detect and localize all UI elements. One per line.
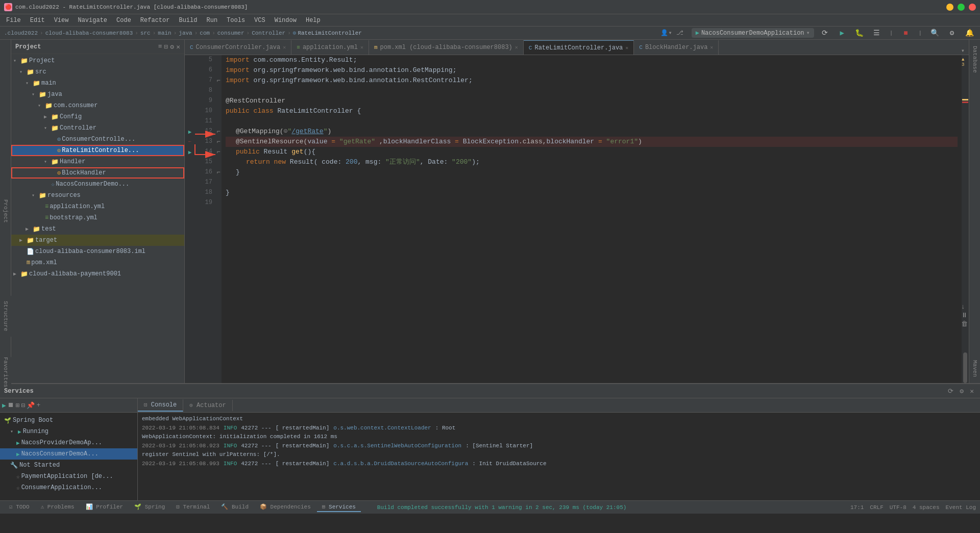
close-button[interactable] — [969, 4, 976, 11]
close-consumer-tab[interactable]: ✕ — [283, 44, 286, 50]
menu-vcs[interactable]: VCS — [250, 16, 270, 25]
debug-btn[interactable]: 🐛 — [853, 27, 866, 40]
notification-btn[interactable]: 🔔 — [963, 27, 976, 40]
menu-view[interactable]: View — [50, 16, 73, 25]
status-tab-build[interactable]: 🔨 Build — [216, 502, 254, 512]
encoding[interactable]: UTF-8 — [890, 504, 906, 511]
refresh-btn[interactable]: ⟳ — [818, 27, 831, 40]
tree-test[interactable]: ▶ 📁 test — [11, 223, 184, 235]
menu-help[interactable]: Help — [302, 16, 325, 25]
tree-resources[interactable]: ▾ 📁 resources — [11, 190, 184, 201]
tree-project[interactable]: ▾ 📁 Project — [11, 55, 184, 66]
menu-build[interactable]: Build — [175, 16, 201, 25]
database-label[interactable]: Database — [971, 42, 979, 77]
status-tab-problems[interactable]: ⚠ Problems — [36, 502, 80, 512]
tree-target[interactable]: ▶ 📁 target — [11, 235, 184, 246]
menu-window[interactable]: Window — [271, 16, 301, 25]
breadcrumb-root[interactable]: .cloud2022 — [4, 30, 38, 36]
event-log[interactable]: Event Log — [946, 504, 976, 511]
tree-com-consumer[interactable]: ▾ 📁 com.consumer — [11, 100, 184, 111]
status-tab-spring[interactable]: 🌱 Spring — [129, 502, 170, 512]
menu-file[interactable]: File — [2, 16, 25, 25]
services-settings-btn[interactable]: ⚙ — [958, 386, 966, 396]
breadcrumb-controller-pkg[interactable]: Controller — [252, 30, 285, 36]
coverage-btn[interactable]: ☰ — [870, 27, 884, 40]
branch-icon[interactable]: ⎇ — [676, 29, 683, 37]
tab-block-handler[interactable]: C BlockHandler.java ✕ — [634, 40, 719, 55]
tab-pom-xml[interactable]: m pom.xml (cloud-alibaba-consumer8083) ✕ — [369, 40, 524, 55]
breadcrumb-main[interactable]: main — [158, 30, 171, 36]
run-btn[interactable]: ▶ — [836, 27, 849, 40]
breadcrumb-com[interactable]: com — [200, 30, 210, 36]
indent-setting[interactable]: 4 spaces — [913, 504, 940, 511]
menu-run[interactable]: Run — [202, 16, 222, 25]
line-ending[interactable]: CRLF — [870, 504, 883, 511]
close-yml-tab[interactable]: ✕ — [360, 44, 363, 50]
tree-handler[interactable]: ▾ 📁 Handler — [11, 156, 184, 167]
svc-spring-boot[interactable]: 🌱 Spring Boot — [0, 415, 137, 426]
fold-12[interactable]: ⌐ — [215, 126, 222, 137]
svc-filter-btn[interactable]: ⊟ — [21, 401, 26, 410]
breadcrumb-consumer[interactable]: consumer — [217, 30, 244, 36]
tab-application-yml[interactable]: ≡ application.yml ✕ — [291, 40, 369, 55]
close-block-tab[interactable]: ✕ — [710, 44, 713, 50]
run-config-selector[interactable]: ▶ NacosConsumerDemoApplication ▾ — [692, 28, 814, 38]
actuator-tab[interactable]: ⊙ Actuator — [183, 400, 232, 411]
scrollbar-indicators[interactable]: ▲ 3 — [962, 55, 969, 383]
search-everywhere-btn[interactable]: 🔍 — [928, 27, 941, 40]
status-tab-services[interactable]: ⊞ Services — [317, 502, 361, 512]
tree-nacos-consumer-demo[interactable]: ▶ ☆ NacosConsumerDemo... — [11, 179, 184, 190]
svc-pin-btn[interactable]: 📌 — [27, 401, 35, 410]
svc-group-btn[interactable]: ⊞ — [16, 401, 20, 410]
tree-src[interactable]: ▾ 📁 src — [11, 66, 184, 78]
tab-consumer-controller[interactable]: C ConsumerController.java ✕ — [185, 40, 291, 55]
svc-add-btn[interactable]: + — [36, 401, 40, 409]
svc-extra[interactable]: ☆ ConsumerApplication... — [0, 482, 137, 493]
console-output[interactable]: embedded WebApplicationContext 2022-03-1… — [138, 413, 980, 500]
code-content[interactable]: import com.commons.Entity.Result; import… — [222, 55, 962, 383]
menu-navigate[interactable]: Navigate — [74, 16, 111, 25]
gutter-run-14[interactable]: ▶ — [185, 147, 195, 157]
svc-nacos-consumer[interactable]: ▶ NacosConsumerDemoA... — [0, 448, 137, 460]
collapse-all-btn[interactable]: ⊟ — [164, 43, 168, 51]
fold-7[interactable]: ⌐ — [215, 75, 222, 86]
svc-payment-app[interactable]: ☆ PaymentApplication [de... — [0, 471, 137, 482]
svc-stop-all-btn[interactable]: ⏹ — [8, 401, 14, 409]
breadcrumb-src[interactable]: src — [140, 30, 151, 36]
vcs-icon[interactable]: 👤▾ — [660, 29, 672, 37]
svc-not-started[interactable]: 🔧 Not Started — [0, 460, 137, 471]
breadcrumb-java[interactable]: java — [179, 30, 192, 36]
status-tab-todo[interactable]: ☑ TODO — [4, 502, 35, 512]
tree-consumer-controller[interactable]: ▶ ⊙ ConsumerControlle... — [11, 134, 184, 145]
fold-16[interactable]: ⌐ — [215, 167, 222, 177]
menu-edit[interactable]: Edit — [26, 16, 49, 25]
tree-bootstrap-yml[interactable]: ▶ ≡ bootstrap.yml — [11, 212, 184, 223]
menu-tools[interactable]: Tools — [223, 16, 249, 25]
tree-block-handler[interactable]: ▶ ⊙ BlockHandler — [11, 167, 184, 179]
scrollbar-thumb[interactable] — [963, 352, 967, 383]
svc-running-group[interactable]: ▾ ▶ Running — [0, 426, 137, 437]
fold-13[interactable]: ⌐ — [215, 137, 222, 147]
console-tab[interactable]: ⊡ Console — [138, 399, 183, 412]
settings-btn[interactable]: ⚙ — [945, 27, 959, 40]
expand-all-btn[interactable]: ≡ — [158, 43, 162, 51]
breadcrumb-module[interactable]: cloud-alibaba-consumer8083 — [45, 30, 133, 36]
tree-pom[interactable]: ▶ m pom.xml — [11, 257, 184, 268]
tree-config[interactable]: ▶ 📁 Config — [11, 111, 184, 122]
maven-label[interactable]: Maven — [971, 356, 979, 381]
run-config-dropdown[interactable]: ▾ — [806, 29, 810, 37]
menu-code[interactable]: Code — [112, 16, 135, 25]
svc-nacos-provider[interactable]: ▶ NacosProviderDemoAp... — [0, 437, 137, 448]
fold-14[interactable]: ⌐ — [215, 147, 222, 157]
tree-rate-limit-controller[interactable]: ▶ ⊙ RateLimitControlle... — [11, 145, 184, 156]
tree-java[interactable]: ▾ 📁 java — [11, 89, 184, 100]
services-close-btn[interactable]: ✕ — [968, 386, 976, 396]
menu-refactor[interactable]: Refactor — [136, 16, 174, 25]
stop-btn[interactable]: ■ — [899, 27, 912, 40]
svc-run-btn[interactable]: ▶ — [2, 401, 6, 410]
tree-main[interactable]: ▾ 📁 main — [11, 78, 184, 89]
maximize-button[interactable] — [958, 4, 965, 11]
status-tab-profiler[interactable]: 📊 Profiler — [81, 502, 128, 512]
close-pom-tab[interactable]: ✕ — [515, 44, 518, 50]
minimize-button[interactable] — [946, 4, 953, 11]
